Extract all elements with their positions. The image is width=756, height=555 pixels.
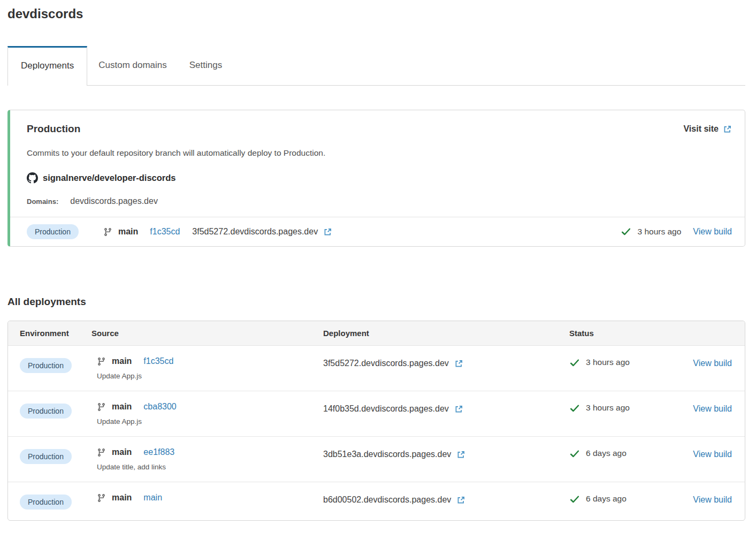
- commit-link[interactable]: f1c35cd: [150, 227, 180, 237]
- view-build-link[interactable]: View build: [693, 227, 732, 237]
- branch-name: main: [112, 356, 132, 366]
- environment-badge: Production: [20, 358, 72, 373]
- status-time: 3 hours ago: [586, 358, 630, 367]
- external-link-icon: [454, 359, 463, 368]
- status-time: 3 hours ago: [586, 403, 630, 413]
- repo-link[interactable]: signalnerve/developer-discords: [43, 173, 176, 183]
- page-title: devdiscords: [7, 5, 745, 21]
- table-row: Production main f1c35cd Update App.js 3f…: [8, 346, 745, 391]
- check-icon: [569, 403, 580, 414]
- commit-link[interactable]: cba8300: [143, 402, 176, 412]
- external-link-icon: [456, 450, 465, 459]
- check-icon: [569, 448, 580, 459]
- commit-message: Update App.js: [97, 417, 323, 425]
- tab-custom-domains[interactable]: Custom domains: [87, 46, 178, 85]
- commit-link[interactable]: ee1f883: [143, 447, 174, 457]
- production-card-title: Production: [27, 123, 80, 135]
- table-row: Production main ee1f883 Update title, ad…: [8, 437, 745, 482]
- commit-link[interactable]: main: [143, 493, 162, 503]
- deployment-url-link[interactable]: 14f0b35d.devdiscords.pages.dev: [323, 404, 449, 414]
- branch-name: main: [112, 447, 132, 457]
- github-icon: [27, 172, 38, 184]
- environment-badge: Production: [27, 224, 79, 239]
- domains-value: devdiscords.pages.dev: [70, 196, 158, 206]
- check-icon: [569, 358, 580, 368]
- production-card: Production Visit site Commits to your de…: [7, 110, 745, 247]
- tab-bar: Deployments Custom domains Settings: [7, 46, 745, 86]
- view-build-link[interactable]: View build: [693, 450, 732, 459]
- column-header-deployment: Deployment: [323, 329, 569, 338]
- check-icon: [621, 226, 631, 237]
- git-branch-icon: [97, 493, 106, 503]
- domains-label: Domains:: [27, 197, 58, 206]
- pages-project-page: devdiscords Deployments Custom domains S…: [0, 0, 756, 521]
- branch-name: main: [118, 227, 138, 237]
- status-time: 6 days ago: [586, 448, 627, 458]
- environment-badge: Production: [20, 495, 72, 510]
- deployment-url-link[interactable]: 3f5d5272.devdiscords.pages.dev: [192, 227, 318, 237]
- external-link-icon: [723, 125, 732, 134]
- external-link-icon: [456, 496, 465, 505]
- visit-site-label: Visit site: [683, 124, 719, 134]
- deployment-url-link[interactable]: 3db51e3a.devdiscords.pages.dev: [323, 450, 451, 459]
- tab-deployments[interactable]: Deployments: [7, 46, 87, 86]
- view-build-link[interactable]: View build: [693, 359, 732, 368]
- git-branch-icon: [97, 448, 106, 457]
- column-header-action: [680, 329, 732, 338]
- table-header-row: Environment Source Deployment Status: [8, 321, 745, 346]
- status-time: 3 hours ago: [637, 227, 681, 237]
- check-icon: [569, 494, 580, 505]
- view-build-link[interactable]: View build: [693, 495, 732, 504]
- production-deployment-row: Production main f1c35cd 3f5d5272.devdisc…: [10, 217, 745, 246]
- external-link-icon: [323, 227, 332, 237]
- branch-name: main: [112, 402, 132, 412]
- status-time: 6 days ago: [586, 494, 627, 504]
- tab-settings[interactable]: Settings: [178, 46, 233, 85]
- view-build-link[interactable]: View build: [693, 404, 732, 413]
- column-header-status: Status: [569, 329, 680, 338]
- table-row: Production main main b6d00502.devdiscord…: [8, 482, 745, 520]
- table-row: Production main cba8300 Update App.js 14…: [8, 391, 745, 437]
- deployment-url-link[interactable]: 3f5d5272.devdiscords.pages.dev: [323, 359, 449, 368]
- git-branch-icon: [103, 227, 112, 237]
- git-branch-icon: [97, 402, 106, 412]
- branch-name: main: [112, 493, 132, 503]
- deployments-table-body: Production main f1c35cd Update App.js 3f…: [8, 346, 745, 520]
- environment-badge: Production: [20, 404, 72, 419]
- deployment-url-link[interactable]: b6d00502.devdiscords.pages.dev: [323, 495, 451, 505]
- commit-message: Update App.js: [97, 372, 323, 380]
- commit-message: Update title, add links: [97, 463, 323, 471]
- commit-link[interactable]: f1c35cd: [143, 356, 173, 366]
- visit-site-link[interactable]: Visit site: [683, 124, 732, 134]
- column-header-environment: Environment: [20, 329, 91, 338]
- deployments-table: Environment Source Deployment Status Pro…: [7, 321, 745, 521]
- column-header-source: Source: [91, 329, 323, 338]
- external-link-icon: [454, 405, 463, 414]
- production-description: Commits to your default repository branc…: [27, 148, 732, 158]
- all-deployments-heading: All deployments: [7, 296, 745, 308]
- environment-badge: Production: [20, 449, 72, 464]
- git-branch-icon: [97, 357, 106, 366]
